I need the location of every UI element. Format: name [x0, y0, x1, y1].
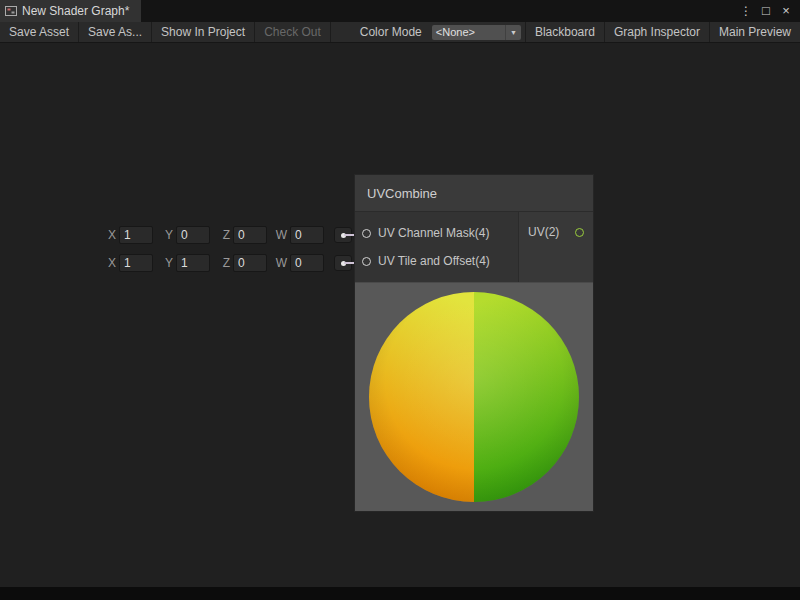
node-inputs: UV Channel Mask(4) UV Tile and Offset(4) [355, 212, 518, 282]
save-asset-button[interactable]: Save Asset [0, 22, 79, 42]
maximize-icon[interactable]: □ [758, 0, 774, 22]
node-title: UVCombine [367, 186, 437, 201]
check-out-button: Check Out [255, 22, 331, 42]
tab-bar: New Shader Graph* ⋮ □ × [0, 0, 800, 22]
w-field[interactable] [290, 254, 324, 272]
z-field[interactable] [233, 254, 267, 272]
output-port-label: UV(2) [528, 225, 559, 239]
sphere-shading [369, 292, 579, 502]
toolbar: Save Asset Save As... Show In Project Ch… [0, 22, 800, 43]
shader-graph-icon [5, 5, 17, 17]
w-field[interactable] [290, 226, 324, 244]
input-port-label: UV Tile and Offset(4) [378, 254, 490, 268]
input-port-row: UV Channel Mask(4) [362, 225, 518, 241]
y-field[interactable] [176, 254, 210, 272]
input-port-icon[interactable] [362, 229, 371, 238]
show-in-project-button[interactable]: Show In Project [152, 22, 255, 42]
main-preview-button[interactable]: Main Preview [709, 22, 800, 42]
color-mode-value: <None> [436, 26, 505, 38]
output-port-icon[interactable] [575, 228, 584, 237]
vector4-widget-2: X Y Z W [104, 253, 352, 273]
input-port-icon[interactable] [362, 257, 371, 266]
x-field[interactable] [119, 254, 153, 272]
node-preview [355, 282, 593, 511]
x-field[interactable] [119, 226, 153, 244]
chevron-down-icon: ▼ [505, 25, 517, 40]
w-drag-label[interactable]: W [275, 228, 287, 242]
x-drag-label[interactable]: X [104, 256, 116, 270]
save-as-button[interactable]: Save As... [79, 22, 152, 42]
graph-inspector-button[interactable]: Graph Inspector [604, 22, 709, 42]
window-controls: ⋮ □ × [738, 0, 800, 22]
w-drag-label[interactable]: W [275, 256, 287, 270]
z-drag-label[interactable]: Z [218, 256, 230, 270]
z-drag-label[interactable]: Z [218, 228, 230, 242]
y-field[interactable] [176, 226, 210, 244]
x-drag-label[interactable]: X [104, 228, 116, 242]
shader-graph-window: New Shader Graph* ⋮ □ × Save Asset Save … [0, 0, 800, 600]
color-mode-dropdown[interactable]: <None> ▼ [432, 25, 521, 40]
toolbar-right-group: Blackboard Graph Inspector Main Preview [525, 22, 800, 42]
tab-title: New Shader Graph* [22, 4, 129, 18]
y-drag-label[interactable]: Y [161, 256, 173, 270]
input-port-label: UV Channel Mask(4) [378, 226, 489, 240]
output-port-row: UV(2) [528, 225, 584, 239]
node-outputs: UV(2) [518, 212, 593, 282]
toolbar-spacer [331, 22, 354, 42]
node-title-bar[interactable]: UVCombine [355, 175, 593, 212]
close-icon[interactable]: × [778, 0, 794, 22]
preview-sphere [369, 292, 579, 502]
window-bottom-edge [0, 587, 800, 600]
color-mode-label: Color Mode [354, 22, 428, 42]
node-uvcombine[interactable]: UVCombine UV Channel Mask(4) UV Tile and… [355, 175, 593, 511]
vector4-widget-1: X Y Z W [104, 225, 352, 245]
z-field[interactable] [233, 226, 267, 244]
node-port-area: UV Channel Mask(4) UV Tile and Offset(4)… [355, 212, 593, 282]
y-drag-label[interactable]: Y [161, 228, 173, 242]
window-menu-icon[interactable]: ⋮ [738, 0, 754, 22]
input-port-row: UV Tile and Offset(4) [362, 253, 518, 269]
blackboard-button[interactable]: Blackboard [525, 22, 604, 42]
tab-new-shader-graph[interactable]: New Shader Graph* [0, 0, 141, 22]
